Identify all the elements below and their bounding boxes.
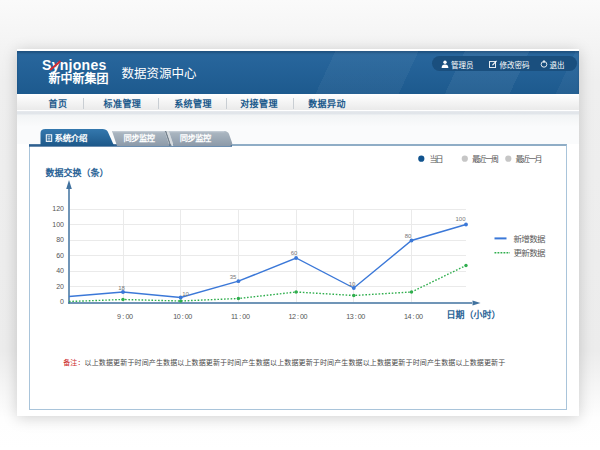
svg-text:35: 35 bbox=[230, 274, 237, 280]
svg-text:最近一月: 最近一月 bbox=[516, 153, 543, 164]
svg-text:12 : 00: 12 : 00 bbox=[289, 312, 308, 321]
svg-text:100: 100 bbox=[52, 221, 64, 228]
svg-text:9 : 00: 9 : 00 bbox=[117, 312, 133, 321]
svg-text:当日: 当日 bbox=[430, 153, 444, 164]
svg-text:数据交换（条）: 数据交换（条） bbox=[46, 166, 109, 179]
svg-text:20: 20 bbox=[56, 283, 64, 290]
svg-text:11 : 00: 11 : 00 bbox=[231, 312, 250, 321]
svg-text:60: 60 bbox=[56, 252, 64, 259]
svg-text:120: 120 bbox=[52, 205, 64, 212]
svg-text:13 : 00: 13 : 00 bbox=[346, 312, 365, 321]
svg-text:0: 0 bbox=[60, 298, 64, 305]
svg-text:更新数据: 更新数据 bbox=[514, 246, 546, 258]
svg-text:60: 60 bbox=[291, 250, 298, 256]
svg-text:10 : 00: 10 : 00 bbox=[173, 312, 192, 321]
svg-text:18: 18 bbox=[118, 285, 125, 291]
svg-text:40: 40 bbox=[56, 267, 64, 274]
svg-text:最近一周: 最近一周 bbox=[472, 153, 499, 164]
svg-text:10: 10 bbox=[349, 281, 356, 287]
svg-text:备注：以上数据更新于时间产生数据以上数据更新于时间产生数据以: 备注：以上数据更新于时间产生数据以上数据更新于时间产生数据以上数据更新于时间产生… bbox=[63, 357, 505, 367]
svg-text:80: 80 bbox=[405, 233, 412, 239]
svg-text:新增数据: 新增数据 bbox=[514, 232, 546, 244]
svg-text:10: 10 bbox=[182, 291, 189, 297]
svg-text:100: 100 bbox=[455, 216, 466, 222]
svg-text:日期（小时）: 日期（小时） bbox=[447, 308, 501, 321]
svg-text:80: 80 bbox=[56, 236, 64, 243]
svg-text:14 : 00: 14 : 00 bbox=[404, 312, 423, 321]
